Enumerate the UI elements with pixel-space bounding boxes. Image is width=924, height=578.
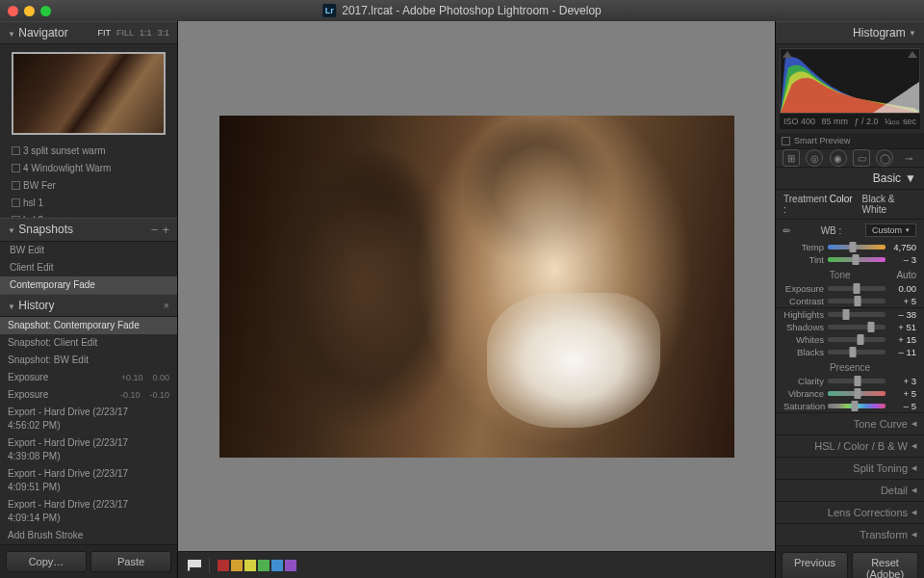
collapsed-panel-transform[interactable]: Transform ◀	[776, 523, 924, 545]
history-item[interactable]: Add Brush Stroke	[0, 527, 177, 544]
history-item[interactable]: Export - Hard Drive (2/23/17 4:09:51 PM)	[0, 465, 177, 496]
navigator-thumbnail[interactable]	[12, 52, 166, 135]
history-item[interactable]: Export - Hard Drive (2/23/17 4:39:08 PM)	[0, 434, 177, 465]
collapsed-panel-hsl-color-b-w[interactable]: HSL / Color / B & W ◀	[776, 434, 924, 457]
gradient-tool-icon[interactable]: ▭	[853, 149, 870, 167]
previous-button[interactable]: Previous	[782, 552, 848, 578]
contrast-slider-row: Contrast + 5	[776, 295, 924, 307]
spot-tool-icon[interactable]: ◎	[806, 149, 823, 167]
redeye-tool-icon[interactable]: ◉	[830, 149, 847, 167]
tint-slider[interactable]	[828, 257, 886, 262]
zoom-fill[interactable]: FILL	[116, 28, 134, 38]
highlight-clip-icon[interactable]	[908, 51, 917, 58]
snapshot-remove-button[interactable]: −	[151, 223, 159, 237]
triangle-down-icon: ▼	[8, 30, 15, 39]
history-item[interactable]: Snapshot: BW Edit	[0, 352, 177, 369]
history-item[interactable]: Export - Hard Drive (2/23/17 4:09:14 PM)	[0, 496, 177, 527]
white-balance-row: ✎ WB : Custom▾	[776, 220, 924, 241]
shadow-clip-icon[interactable]	[783, 51, 792, 58]
contrast-slider[interactable]	[828, 299, 886, 303]
triangle-down-icon: ▼	[909, 29, 916, 38]
copy-button[interactable]: Copy…	[6, 551, 87, 572]
snapshots-title: Snapshots	[18, 223, 73, 236]
preset-item[interactable]: 3 split sunset warm	[0, 143, 177, 160]
shadows-value: + 51	[889, 322, 916, 332]
preset-item[interactable]: hsl 1	[0, 195, 177, 212]
history-clear-button[interactable]: ×	[164, 300, 169, 311]
temp-slider[interactable]	[828, 245, 886, 250]
vibrance-slider-row: Vibrance + 5	[776, 387, 924, 400]
color-swatch[interactable]	[271, 560, 283, 571]
snapshot-item[interactable]: BW Edit	[0, 242, 177, 259]
collapsed-panel-detail[interactable]: Detail ◀	[776, 479, 924, 501]
shadows-slider[interactable]	[828, 325, 886, 329]
collapsed-panel-lens-corrections[interactable]: Lens Corrections ◀	[776, 501, 924, 523]
zoom-3to1[interactable]: 3:1	[157, 28, 169, 38]
clarity-value: + 3	[889, 376, 916, 386]
history-item[interactable]: Snapshot: Client Edit	[0, 334, 177, 352]
reset-button[interactable]: Reset (Adobe)	[852, 552, 918, 578]
histogram-graph[interactable]	[780, 48, 920, 114]
history-item[interactable]: Export - Hard Drive (2/23/17 4:56:02 PM)	[0, 404, 177, 434]
main-photo[interactable]	[219, 116, 734, 458]
close-window-button[interactable]	[8, 6, 18, 16]
eyedropper-icon[interactable]: ✎	[781, 221, 800, 240]
vibrance-value: + 5	[889, 388, 916, 399]
basic-panel-header[interactable]: Basic ▼	[776, 168, 924, 190]
vibrance-slider[interactable]	[828, 391, 886, 396]
radial-tool-icon[interactable]: ◯	[876, 149, 893, 167]
color-swatch[interactable]	[244, 560, 256, 571]
snapshots-header[interactable]: ▼ Snapshots − +	[0, 218, 177, 242]
highlights-slider[interactable]	[828, 312, 886, 317]
flag-icon[interactable]	[188, 560, 201, 571]
treatment-color[interactable]: Color	[830, 194, 853, 215]
exposure-slider[interactable]	[828, 286, 886, 291]
checkbox-icon[interactable]	[782, 137, 790, 145]
color-swatch[interactable]	[285, 560, 296, 571]
navigator-zoom-options: FIT FILL 1:1 3:1	[97, 28, 169, 38]
preset-item[interactable]: BW Fer	[0, 177, 177, 195]
navigator-header[interactable]: ▼ Navigator FIT FILL 1:1 3:1	[0, 21, 177, 44]
tone-section-label: ToneAuto	[776, 266, 924, 282]
clarity-slider[interactable]	[828, 379, 886, 383]
snapshot-item[interactable]: Client Edit	[0, 259, 177, 276]
saturation-slider[interactable]	[828, 404, 886, 408]
tint-value: – 3	[889, 254, 916, 265]
whites-slider-row: Whites + 15	[776, 333, 924, 346]
exposure-label: Exposure	[783, 283, 824, 294]
color-swatch[interactable]	[231, 560, 243, 571]
paste-button[interactable]: Paste	[90, 551, 171, 572]
snapshot-add-button[interactable]: +	[162, 223, 169, 237]
brush-tool-icon[interactable]: ⊸	[900, 149, 917, 167]
preset-item[interactable]: hsl 2	[0, 212, 177, 218]
zoom-window-button[interactable]	[40, 6, 51, 16]
auto-tone-button[interactable]: Auto	[896, 270, 916, 280]
wb-dropdown[interactable]: Custom▾	[865, 223, 916, 237]
zoom-1to1[interactable]: 1:1	[140, 28, 152, 38]
whites-slider[interactable]	[828, 337, 886, 342]
snapshot-item[interactable]: Contemporary Fade	[0, 276, 177, 294]
collapsed-panel-tone-curve[interactable]: Tone Curve ◀	[776, 412, 924, 434]
color-swatch[interactable]	[218, 560, 229, 571]
shadows-label: Shadows	[783, 322, 824, 332]
exif-aperture: ƒ / 2.0	[854, 117, 878, 126]
zoom-fit[interactable]: FIT	[97, 28, 111, 38]
history-item[interactable]: Exposure-0.10-0.10	[0, 386, 177, 404]
history-item[interactable]: Snapshot: Contemporary Fade	[0, 317, 177, 334]
color-label-swatches	[218, 560, 296, 571]
histogram-header[interactable]: Histogram ▼	[776, 21, 924, 44]
history-item[interactable]: Exposure+0.100.00	[0, 369, 177, 386]
preset-item[interactable]: 4 Windowlight Warm	[0, 160, 177, 177]
blacks-slider[interactable]	[828, 350, 886, 355]
history-header[interactable]: ▼ History ×	[0, 294, 177, 317]
wb-label: WB :	[821, 225, 842, 236]
minimize-window-button[interactable]	[24, 6, 35, 16]
contrast-label: Contrast	[783, 296, 824, 306]
treatment-bw[interactable]: Black & White	[862, 194, 916, 215]
titlebar: Lr 2017.lrcat - Adobe Photoshop Lightroo…	[0, 0, 924, 21]
crop-tool-icon[interactable]: ⊞	[783, 149, 800, 167]
saturation-value: – 5	[889, 401, 916, 411]
color-swatch[interactable]	[258, 560, 270, 571]
preview-area[interactable]	[178, 21, 775, 551]
collapsed-panel-split-toning[interactable]: Split Toning ◀	[776, 457, 924, 479]
